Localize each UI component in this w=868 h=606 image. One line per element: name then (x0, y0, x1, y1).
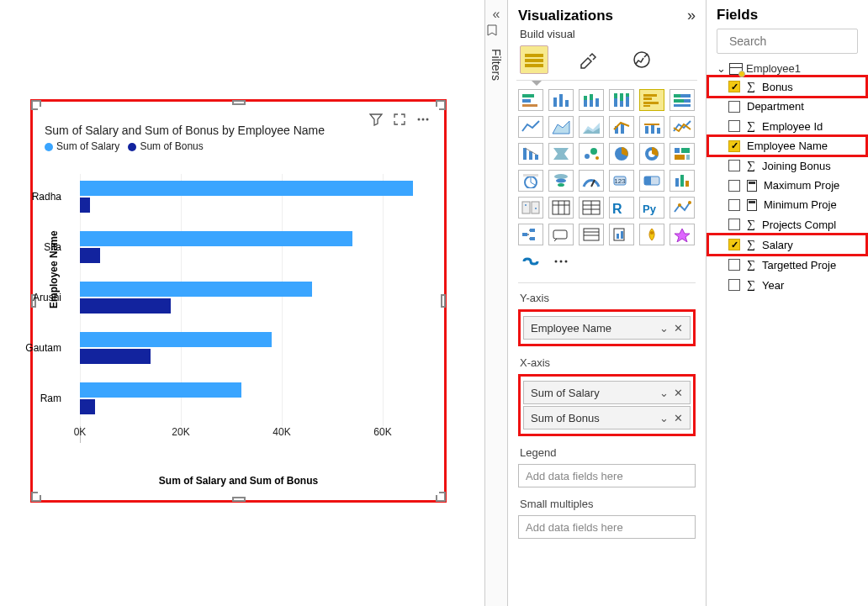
viz-type-icon[interactable] (639, 143, 664, 165)
field-checkbox[interactable] (728, 160, 740, 171)
expand-filters-icon[interactable]: « (485, 0, 507, 22)
viz-type-icon[interactable] (639, 116, 664, 138)
viz-type-icon[interactable] (609, 89, 634, 111)
remove-field-icon[interactable]: ✕ (674, 387, 683, 399)
viz-type-icon[interactable] (518, 250, 543, 272)
bookmark-icon[interactable] (485, 22, 507, 37)
visual-container[interactable]: Sum of Salary and Sum of Bonus by Employ… (30, 99, 447, 503)
chevron-down-icon[interactable]: ⌄ (659, 387, 669, 399)
viz-type-icon[interactable] (639, 89, 664, 111)
viz-type-icon[interactable] (548, 170, 574, 192)
bar[interactable] (80, 248, 100, 263)
viz-type-icon[interactable] (609, 224, 634, 245)
bar[interactable] (80, 349, 151, 364)
viz-type-icon[interactable] (548, 197, 574, 219)
field-maximum-proje[interactable]: Maximum Proje (708, 176, 866, 195)
visual-filter-icon[interactable] (368, 112, 384, 127)
field-department[interactable]: Department (708, 97, 866, 116)
field-checkbox[interactable] (728, 101, 740, 113)
viz-type-icon[interactable] (518, 143, 543, 165)
field-checkbox[interactable] (728, 140, 740, 152)
filters-pane-collapsed[interactable]: « Filters (484, 0, 508, 606)
viz-type-icon[interactable]: R (609, 197, 634, 219)
bar[interactable] (80, 282, 312, 297)
viz-type-icon[interactable] (518, 224, 543, 245)
y-axis-well[interactable]: Employee Name ⌄✕ (518, 309, 696, 346)
bar[interactable] (80, 198, 90, 213)
field-pill-employee-name[interactable]: Employee Name ⌄✕ (523, 316, 691, 340)
collapse-pane-icon[interactable]: » (687, 7, 696, 24)
bar[interactable] (80, 231, 352, 246)
chevron-down-icon[interactable]: ⌄ (659, 322, 669, 335)
legend-placeholder[interactable]: Add data fields here (518, 464, 696, 487)
viz-type-icon[interactable] (548, 224, 574, 245)
build-visual-tab[interactable] (520, 45, 548, 74)
bar[interactable] (80, 181, 413, 196)
field-salary[interactable]: ∑Salary (708, 234, 866, 255)
field-checkbox[interactable] (728, 279, 740, 291)
field-pill-sum-of-bonus[interactable]: Sum of Bonus ⌄✕ (523, 406, 691, 429)
viz-type-icon[interactable] (518, 116, 543, 138)
viz-type-icon[interactable] (609, 116, 634, 138)
bar[interactable] (80, 298, 171, 314)
viz-type-icon[interactable] (518, 89, 543, 111)
field-targetted-proje[interactable]: ∑Targetted Proje (708, 255, 866, 275)
bar[interactable] (80, 382, 241, 398)
viz-type-icon[interactable]: Py (639, 197, 664, 219)
resize-handle[interactable] (232, 100, 246, 105)
small-multiples-well[interactable]: Add data fields here (518, 515, 696, 539)
viz-type-icon[interactable] (548, 116, 574, 138)
viz-type-icon[interactable] (579, 143, 604, 165)
remove-field-icon[interactable]: ✕ (674, 412, 683, 424)
remove-field-icon[interactable]: ✕ (674, 322, 683, 335)
field-employee-id[interactable]: ∑Employee Id (708, 116, 866, 136)
table-node[interactable]: ⌄ Employee1 (708, 61, 866, 76)
viz-type-icon[interactable] (518, 170, 543, 192)
viz-type-icon[interactable] (670, 89, 695, 111)
field-pill-sum-of-salary[interactable]: Sum of Salary ⌄✕ (523, 381, 691, 404)
field-bonus[interactable]: ∑Bonus (708, 76, 866, 97)
viz-type-icon[interactable] (548, 250, 574, 272)
viz-type-icon[interactable] (579, 89, 604, 111)
field-checkbox[interactable] (728, 239, 740, 250)
field-joining-bonus[interactable]: ∑Joining Bonus (708, 155, 866, 176)
field-checkbox[interactable] (728, 259, 740, 271)
viz-type-icon[interactable] (579, 224, 604, 245)
bar[interactable] (80, 399, 95, 414)
fields-search[interactable] (717, 29, 858, 54)
field-projects-compl[interactable]: ∑Projects Compl (708, 214, 866, 234)
viz-type-icon[interactable] (579, 197, 604, 219)
field-year[interactable]: ∑Year (708, 275, 866, 295)
viz-type-icon[interactable] (579, 170, 604, 192)
viz-type-icon[interactable] (609, 143, 634, 165)
field-checkbox[interactable] (728, 120, 740, 132)
viz-type-icon[interactable] (670, 143, 695, 165)
resize-handle[interactable] (441, 294, 446, 308)
field-employee-name[interactable]: Employee Name (708, 136, 866, 155)
more-options-icon[interactable] (415, 112, 431, 127)
viz-type-icon[interactable] (548, 143, 574, 165)
focus-mode-icon[interactable] (392, 112, 407, 127)
viz-type-icon[interactable] (639, 224, 664, 245)
x-axis-well[interactable]: Sum of Salary ⌄✕ Sum of Bonus ⌄✕ (518, 374, 696, 436)
resize-handle[interactable] (232, 497, 246, 502)
report-canvas[interactable]: Sum of Salary and Sum of Bonus by Employ… (0, 0, 484, 606)
field-checkbox[interactable] (728, 199, 740, 211)
chevron-down-icon[interactable]: ⌄ (659, 412, 669, 424)
field-checkbox[interactable] (728, 81, 740, 92)
analytics-tab[interactable] (627, 45, 656, 74)
viz-type-icon[interactable] (548, 89, 574, 111)
field-checkbox[interactable] (728, 219, 740, 230)
field-minimum-proje[interactable]: Minimum Proje (708, 195, 866, 214)
viz-type-icon[interactable] (670, 170, 695, 192)
field-checkbox[interactable] (728, 180, 740, 192)
viz-type-icon[interactable] (670, 197, 695, 219)
viz-type-icon[interactable] (518, 197, 543, 219)
legend-well[interactable]: Add data fields here (518, 464, 696, 487)
viz-type-icon[interactable]: 123 (609, 170, 634, 192)
viz-type-icon[interactable] (670, 224, 695, 245)
format-visual-tab[interactable] (574, 45, 602, 74)
sm-placeholder[interactable]: Add data fields here (518, 515, 696, 539)
viz-type-icon[interactable] (579, 116, 604, 138)
viz-type-icon[interactable] (670, 116, 695, 138)
